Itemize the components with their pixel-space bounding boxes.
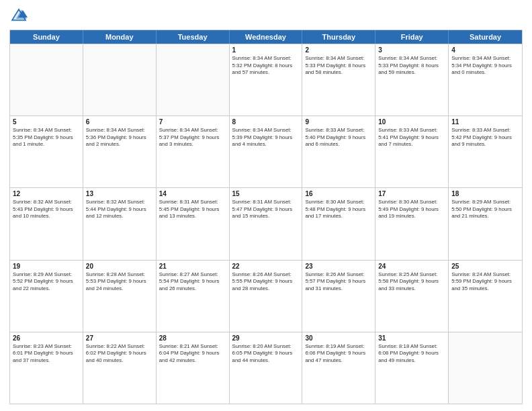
header-day-thursday: Thursday: [302, 30, 375, 44]
calendar-cell: 7Sunrise: 8:34 AM Sunset: 5:37 PM Daylig…: [157, 116, 230, 187]
page-header: [9, 7, 523, 26]
day-number: 16: [305, 190, 372, 197]
calendar-cell: 28Sunrise: 8:21 AM Sunset: 6:04 PM Dayli…: [157, 332, 230, 404]
cell-text: Sunrise: 8:33 AM Sunset: 5:42 PM Dayligh…: [451, 127, 519, 148]
calendar-cell: 31Sunrise: 8:18 AM Sunset: 6:08 PM Dayli…: [375, 332, 449, 404]
cell-text: Sunrise: 8:28 AM Sunset: 5:53 PM Dayligh…: [86, 271, 153, 293]
calendar-cell: 11Sunrise: 8:33 AM Sunset: 5:42 PM Dayli…: [449, 116, 522, 187]
header-day-wednesday: Wednesday: [230, 30, 303, 44]
day-number: 23: [305, 263, 372, 270]
calendar-cell: 25Sunrise: 8:24 AM Sunset: 5:59 PM Dayli…: [449, 261, 522, 332]
day-number: 14: [159, 190, 226, 197]
day-number: 10: [378, 118, 445, 126]
cell-text: Sunrise: 8:22 AM Sunset: 6:02 PM Dayligh…: [86, 343, 153, 365]
day-number: 5: [13, 118, 80, 126]
calendar-cell: 22Sunrise: 8:26 AM Sunset: 5:55 PM Dayli…: [230, 261, 303, 332]
day-number: 26: [13, 334, 80, 342]
day-number: 29: [232, 334, 300, 342]
day-number: 25: [451, 263, 519, 270]
cell-text: Sunrise: 8:29 AM Sunset: 5:52 PM Dayligh…: [13, 271, 80, 293]
calendar: SundayMondayTuesdayWednesdayThursdayFrid…: [9, 30, 523, 404]
calendar-row-3: 19Sunrise: 8:29 AM Sunset: 5:52 PM Dayli…: [10, 260, 522, 332]
cell-text: Sunrise: 8:33 AM Sunset: 5:40 PM Dayligh…: [305, 127, 372, 148]
calendar-cell: 13Sunrise: 8:32 AM Sunset: 5:44 PM Dayli…: [83, 188, 157, 259]
cell-text: Sunrise: 8:20 AM Sunset: 6:05 PM Dayligh…: [232, 343, 300, 365]
calendar-cell: 18Sunrise: 8:29 AM Sunset: 5:50 PM Dayli…: [449, 188, 522, 259]
cell-text: Sunrise: 8:32 AM Sunset: 5:43 PM Dayligh…: [13, 199, 80, 220]
day-number: 4: [451, 46, 519, 54]
calendar-cell: [83, 44, 157, 116]
day-number: 1: [232, 46, 300, 54]
calendar-cell: 3Sunrise: 8:34 AM Sunset: 5:33 PM Daylig…: [375, 44, 449, 116]
cell-text: Sunrise: 8:33 AM Sunset: 5:41 PM Dayligh…: [378, 127, 445, 148]
calendar-header: SundayMondayTuesdayWednesdayThursdayFrid…: [10, 30, 522, 44]
day-number: 6: [86, 118, 153, 126]
cell-text: Sunrise: 8:26 AM Sunset: 5:57 PM Dayligh…: [305, 271, 372, 293]
cell-text: Sunrise: 8:31 AM Sunset: 5:45 PM Dayligh…: [159, 199, 226, 220]
calendar-cell: 26Sunrise: 8:23 AM Sunset: 6:01 PM Dayli…: [10, 332, 83, 404]
day-number: 2: [305, 46, 372, 54]
calendar-body: 1Sunrise: 8:34 AM Sunset: 5:32 PM Daylig…: [10, 44, 522, 404]
calendar-cell: 9Sunrise: 8:33 AM Sunset: 5:40 PM Daylig…: [302, 116, 375, 187]
header-day-friday: Friday: [375, 30, 449, 44]
cell-text: Sunrise: 8:34 AM Sunset: 5:33 PM Dayligh…: [378, 55, 445, 77]
day-number: 20: [86, 263, 153, 270]
calendar-cell: 2Sunrise: 8:34 AM Sunset: 5:33 PM Daylig…: [302, 44, 375, 116]
cell-text: Sunrise: 8:29 AM Sunset: 5:50 PM Dayligh…: [451, 199, 519, 220]
header-day-tuesday: Tuesday: [157, 30, 230, 44]
calendar-cell: [157, 44, 230, 116]
day-number: 21: [159, 263, 226, 270]
calendar-cell: 30Sunrise: 8:19 AM Sunset: 6:06 PM Dayli…: [302, 332, 375, 404]
calendar-row-0: 1Sunrise: 8:34 AM Sunset: 5:32 PM Daylig…: [10, 44, 522, 116]
cell-text: Sunrise: 8:31 AM Sunset: 5:47 PM Dayligh…: [232, 199, 300, 220]
calendar-cell: 10Sunrise: 8:33 AM Sunset: 5:41 PM Dayli…: [375, 116, 449, 187]
cell-text: Sunrise: 8:23 AM Sunset: 6:01 PM Dayligh…: [13, 343, 80, 365]
day-number: 24: [378, 263, 445, 270]
calendar-cell: 23Sunrise: 8:26 AM Sunset: 5:57 PM Dayli…: [302, 261, 375, 332]
calendar-cell: 6Sunrise: 8:34 AM Sunset: 5:36 PM Daylig…: [83, 116, 157, 187]
cell-text: Sunrise: 8:30 AM Sunset: 5:48 PM Dayligh…: [305, 199, 372, 220]
day-number: 3: [378, 46, 445, 54]
calendar-cell: 16Sunrise: 8:30 AM Sunset: 5:48 PM Dayli…: [302, 188, 375, 259]
calendar-cell: [10, 44, 83, 116]
day-number: 28: [159, 334, 226, 342]
logo-icon: [9, 7, 28, 26]
calendar-cell: 19Sunrise: 8:29 AM Sunset: 5:52 PM Dayli…: [10, 261, 83, 332]
header-day-saturday: Saturday: [449, 30, 522, 44]
cell-text: Sunrise: 8:34 AM Sunset: 5:37 PM Dayligh…: [159, 127, 226, 148]
cell-text: Sunrise: 8:24 AM Sunset: 5:59 PM Dayligh…: [451, 271, 519, 293]
day-number: 7: [159, 118, 226, 126]
cell-text: Sunrise: 8:34 AM Sunset: 5:33 PM Dayligh…: [305, 55, 372, 77]
day-number: 13: [86, 190, 153, 197]
calendar-cell: 29Sunrise: 8:20 AM Sunset: 6:05 PM Dayli…: [230, 332, 303, 404]
day-number: 15: [232, 190, 300, 197]
header-day-sunday: Sunday: [10, 30, 83, 44]
day-number: 8: [232, 118, 300, 126]
cell-text: Sunrise: 8:19 AM Sunset: 6:06 PM Dayligh…: [305, 343, 372, 365]
cell-text: Sunrise: 8:30 AM Sunset: 5:49 PM Dayligh…: [378, 199, 445, 220]
day-number: 27: [86, 334, 153, 342]
calendar-cell: 24Sunrise: 8:25 AM Sunset: 5:58 PM Dayli…: [375, 261, 449, 332]
cell-text: Sunrise: 8:34 AM Sunset: 5:36 PM Dayligh…: [86, 127, 153, 148]
cell-text: Sunrise: 8:34 AM Sunset: 5:39 PM Dayligh…: [232, 127, 300, 148]
calendar-cell: 14Sunrise: 8:31 AM Sunset: 5:45 PM Dayli…: [157, 188, 230, 259]
calendar-row-4: 26Sunrise: 8:23 AM Sunset: 6:01 PM Dayli…: [10, 332, 522, 404]
calendar-cell: 27Sunrise: 8:22 AM Sunset: 6:02 PM Dayli…: [83, 332, 157, 404]
day-number: 11: [451, 118, 519, 126]
day-number: 30: [305, 334, 372, 342]
cell-text: Sunrise: 8:25 AM Sunset: 5:58 PM Dayligh…: [378, 271, 445, 293]
cell-text: Sunrise: 8:27 AM Sunset: 5:54 PM Dayligh…: [159, 271, 226, 293]
day-number: 22: [232, 263, 300, 270]
calendar-cell: 17Sunrise: 8:30 AM Sunset: 5:49 PM Dayli…: [375, 188, 449, 259]
cell-text: Sunrise: 8:32 AM Sunset: 5:44 PM Dayligh…: [86, 199, 153, 220]
cell-text: Sunrise: 8:34 AM Sunset: 5:34 PM Dayligh…: [451, 55, 519, 77]
calendar-cell: 20Sunrise: 8:28 AM Sunset: 5:53 PM Dayli…: [83, 261, 157, 332]
calendar-cell: 4Sunrise: 8:34 AM Sunset: 5:34 PM Daylig…: [449, 44, 522, 116]
calendar-cell: 8Sunrise: 8:34 AM Sunset: 5:39 PM Daylig…: [230, 116, 303, 187]
cell-text: Sunrise: 8:18 AM Sunset: 6:08 PM Dayligh…: [378, 343, 445, 365]
calendar-cell: [449, 332, 522, 404]
header-day-monday: Monday: [83, 30, 157, 44]
day-number: 31: [378, 334, 445, 342]
day-number: 18: [451, 190, 519, 197]
day-number: 9: [305, 118, 372, 126]
